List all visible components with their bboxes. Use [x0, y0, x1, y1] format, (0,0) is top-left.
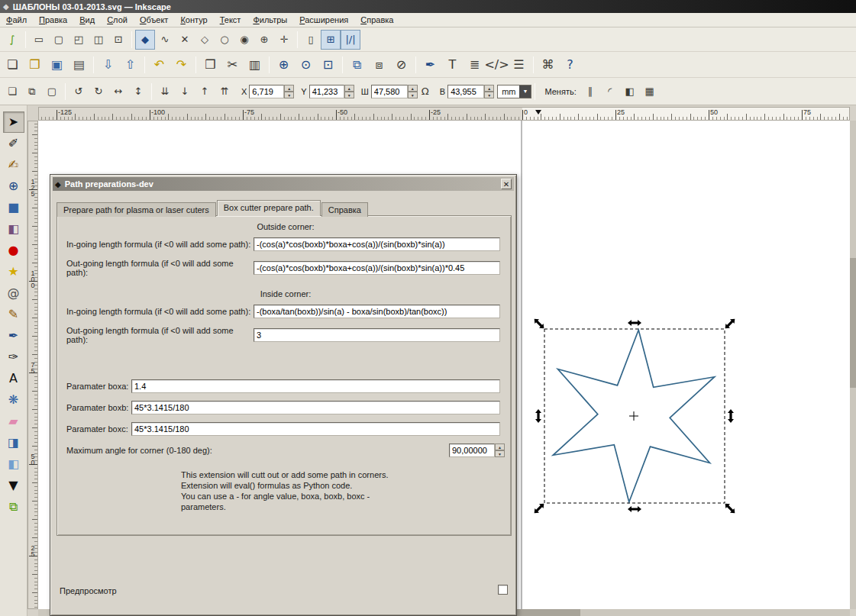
preview-checkbox[interactable]: [498, 585, 508, 595]
window-titlebar[interactable]: ◆ ШАБЛОНЫ 03-01-2013.svg — Inkscape: [0, 0, 856, 13]
spiral-tool-button[interactable]: @: [3, 282, 24, 304]
xml-editor-button[interactable]: </>: [486, 53, 508, 76]
star-tool-button[interactable]: ★: [3, 261, 24, 282]
gradient-tool-button[interactable]: ◧: [3, 453, 24, 475]
deselect-button[interactable]: ▢: [42, 82, 62, 102]
vertical-ruler[interactable]: 125100755025: [27, 121, 38, 609]
x-input[interactable]: [249, 85, 284, 98]
selection-handle[interactable]: [535, 409, 541, 423]
calligraphy-tool-button[interactable]: ✑: [3, 347, 24, 368]
spin-up-icon[interactable]: ▲: [495, 443, 505, 450]
new-document-button[interactable]: ❏: [2, 53, 24, 76]
redo-button[interactable]: ↷: [170, 53, 192, 76]
dialog-close-button[interactable]: ✕: [501, 179, 512, 189]
spray-tool-button[interactable]: ❋: [3, 389, 24, 411]
undo-button[interactable]: ↶: [148, 53, 170, 76]
unlink-clone-button[interactable]: ⊘: [390, 53, 412, 76]
snap-cusp-nodes-button[interactable]: ◇: [195, 30, 215, 50]
duplicate-button[interactable]: ⧉: [346, 53, 368, 76]
raise-button[interactable]: ↑: [195, 82, 215, 102]
align-dialog-button[interactable]: ☰: [508, 53, 530, 76]
width-input[interactable]: [371, 85, 408, 98]
vertical-scrollbar-thumb[interactable]: [850, 258, 856, 388]
zoom-drawing-button[interactable]: ⊙: [295, 53, 317, 76]
open-document-button[interactable]: ❐: [24, 53, 46, 76]
outside-outgoing-input[interactable]: [254, 261, 500, 275]
bucket-tool-button[interactable]: ◨: [3, 432, 24, 453]
pencil-tool-button[interactable]: ✎: [3, 304, 24, 325]
selection-handle[interactable]: [723, 317, 737, 331]
boxc-input[interactable]: [131, 422, 500, 436]
menu-file[interactable]: Файл: [0, 13, 33, 27]
spin-up-icon[interactable]: ▲: [484, 85, 494, 92]
max-angle-input[interactable]: [449, 443, 495, 457]
rotate-cw-button[interactable]: ↻: [89, 82, 108, 102]
flip-horizontal-button[interactable]: ↔: [108, 82, 128, 102]
spin-up-icon[interactable]: ▲: [344, 85, 354, 92]
spin-up-icon[interactable]: ▲: [408, 85, 418, 92]
export-document-button[interactable]: ⇧: [119, 53, 141, 76]
text-tool-button[interactable]: A: [3, 368, 24, 389]
create-clone-button[interactable]: ⧈: [368, 53, 390, 76]
selection-handle[interactable]: [728, 409, 734, 423]
spin-down-icon[interactable]: ▼: [484, 92, 494, 98]
menu-edit[interactable]: Правка: [33, 13, 73, 27]
rotate-ccw-button[interactable]: ↺: [69, 82, 89, 102]
snap-bbox-edge-midpoints-button[interactable]: ◫: [89, 30, 108, 50]
menu-layer[interactable]: Слой: [101, 13, 134, 27]
snap-guides-button[interactable]: |/|: [341, 30, 360, 50]
selection-handle[interactable]: [723, 502, 737, 515]
spin-down-icon[interactable]: ▼: [344, 92, 354, 98]
height-input[interactable]: [447, 85, 484, 98]
dialog-titlebar[interactable]: ◆ Path preparations-dev ✕: [53, 177, 514, 191]
tweak-tool-button[interactable]: ✍: [3, 154, 24, 176]
horizontal-ruler[interactable]: -125-100-75-50-250255075: [38, 107, 850, 121]
save-document-button[interactable]: ▣: [46, 53, 68, 76]
text-dialog-button[interactable]: T: [441, 53, 464, 76]
node-tool-button[interactable]: ✐: [3, 133, 24, 154]
inside-ingoing-input[interactable]: [254, 305, 500, 318]
spin-down-icon[interactable]: ▼: [495, 450, 505, 457]
select-all-layers-button[interactable]: ⧉: [22, 82, 42, 102]
select-all-button[interactable]: ❏: [2, 82, 22, 102]
cut-button[interactable]: ✂: [221, 53, 244, 76]
snap-rotation-centers-button[interactable]: ✛: [274, 30, 294, 50]
lower-button[interactable]: ↓: [175, 82, 195, 102]
flip-vertical-button[interactable]: ↕: [128, 82, 148, 102]
menu-object[interactable]: Объект: [134, 13, 174, 27]
rectangle-tool-button[interactable]: ■: [3, 197, 24, 218]
snap-nodes-button[interactable]: ◆: [135, 30, 155, 50]
selection-handle[interactable]: [628, 320, 641, 326]
lower-to-bottom-button[interactable]: ⇊: [155, 82, 175, 102]
lock-ratio-button[interactable]: Ω: [418, 84, 433, 99]
tab-help[interactable]: Справка: [321, 202, 368, 217]
box3d-tool-button[interactable]: ◧: [3, 218, 24, 240]
snap-grid-button[interactable]: ⊞: [321, 30, 341, 50]
print-document-button[interactable]: ▤: [68, 53, 90, 76]
height-spinner[interactable]: ▲▼: [484, 85, 494, 98]
snap-bbox-edges-button[interactable]: ▢: [49, 30, 69, 50]
max-angle-spinner[interactable]: ▲▼: [495, 443, 505, 457]
snap-bbox-corners-button[interactable]: ◰: [69, 30, 89, 50]
boxa-input[interactable]: [131, 379, 500, 393]
vertical-scrollbar[interactable]: [850, 121, 856, 609]
import-document-button[interactable]: ⇩: [97, 53, 119, 76]
tab-plasma-laser[interactable]: Prepare path for plasma or laser cuters: [57, 202, 216, 217]
snap-paths-button[interactable]: ∿: [155, 30, 175, 50]
snap-path-intersections-button[interactable]: ✕: [175, 30, 195, 50]
width-spinner[interactable]: ▲▼: [408, 85, 418, 98]
menu-text[interactable]: Текст: [214, 13, 247, 27]
x-spinner[interactable]: ▲▼: [284, 85, 294, 98]
paste-button[interactable]: ▥: [244, 53, 266, 76]
menu-view[interactable]: Вид: [73, 13, 101, 27]
menu-extensions[interactable]: Расширения: [293, 13, 354, 27]
dropper-tool-button[interactable]: ▼: [3, 475, 24, 496]
units-dropdown[interactable]: mm ▼: [497, 85, 531, 98]
boxb-input[interactable]: [131, 401, 500, 414]
snap-bbox-button[interactable]: ▭: [29, 30, 49, 50]
zoom-tool-button[interactable]: ⊕: [3, 176, 24, 197]
menu-help[interactable]: Справка: [354, 13, 399, 27]
pen-tool-button[interactable]: ✒: [3, 325, 24, 347]
snap-page-border-button[interactable]: ▯: [301, 30, 321, 50]
eraser-tool-button[interactable]: ▰: [3, 411, 24, 432]
